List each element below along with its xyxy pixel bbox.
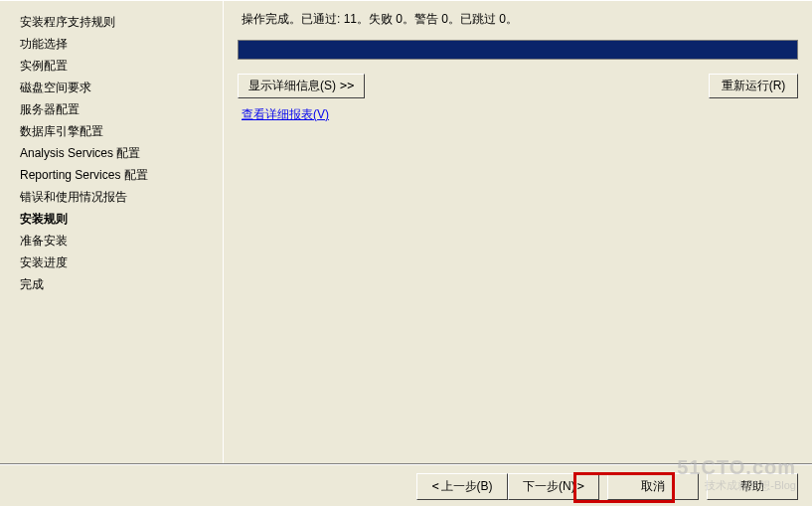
- sidebar-item-analysis-services: Analysis Services 配置: [20, 142, 223, 164]
- nav-button-group: 上一步(B) 下一步(N): [416, 473, 599, 500]
- cancel-button[interactable]: 取消: [607, 473, 699, 500]
- progress-bar: [238, 40, 798, 60]
- sidebar-item-feature-select: 功能选择: [20, 33, 223, 55]
- sidebar-item-db-engine: 数据库引擎配置: [20, 120, 223, 142]
- help-button[interactable]: 帮助: [707, 473, 798, 500]
- rerun-button[interactable]: 重新运行(R): [709, 74, 798, 98]
- back-button[interactable]: 上一步(B): [416, 473, 508, 500]
- sidebar-item-server-config: 服务器配置: [20, 98, 223, 120]
- sidebar-item-install-rules: 安装规则: [20, 208, 223, 230]
- sidebar: 安装程序支持规则 功能选择 实例配置 磁盘空间要求 服务器配置 数据库引擎配置 …: [0, 1, 224, 463]
- sidebar-item-disk-space: 磁盘空间要求: [20, 77, 223, 98]
- footer: 上一步(B) 下一步(N) 取消 帮助: [0, 465, 812, 506]
- sidebar-item-install-progress: 安装进度: [20, 252, 223, 273]
- sidebar-item-reporting-services: Reporting Services 配置: [20, 164, 223, 186]
- chevron-left-icon: [431, 479, 440, 493]
- sidebar-item-complete: 完成: [20, 273, 223, 295]
- status-text: 操作完成。已通过: 11。失败 0。警告 0。已跳过 0。: [238, 11, 798, 28]
- main-container: 安装程序支持规则 功能选择 实例配置 磁盘空间要求 服务器配置 数据库引擎配置 …: [0, 0, 812, 463]
- sidebar-item-instance-config: 实例配置: [20, 55, 223, 77]
- show-details-button[interactable]: 显示详细信息(S): [238, 74, 365, 98]
- sidebar-item-error-reporting: 错误和使用情况报告: [20, 186, 223, 208]
- next-button[interactable]: 下一步(N): [508, 473, 599, 500]
- sidebar-item-ready-install: 准备安装: [20, 230, 223, 252]
- chevron-right-icon: [575, 479, 584, 493]
- content-button-row: 显示详细信息(S) 重新运行(R): [238, 74, 798, 98]
- view-report-link[interactable]: 查看详细报表(V): [238, 107, 329, 121]
- content-panel: 操作完成。已通过: 11。失败 0。警告 0。已跳过 0。 显示详细信息(S) …: [224, 1, 812, 463]
- sidebar-item-setup-rules: 安装程序支持规则: [20, 11, 223, 33]
